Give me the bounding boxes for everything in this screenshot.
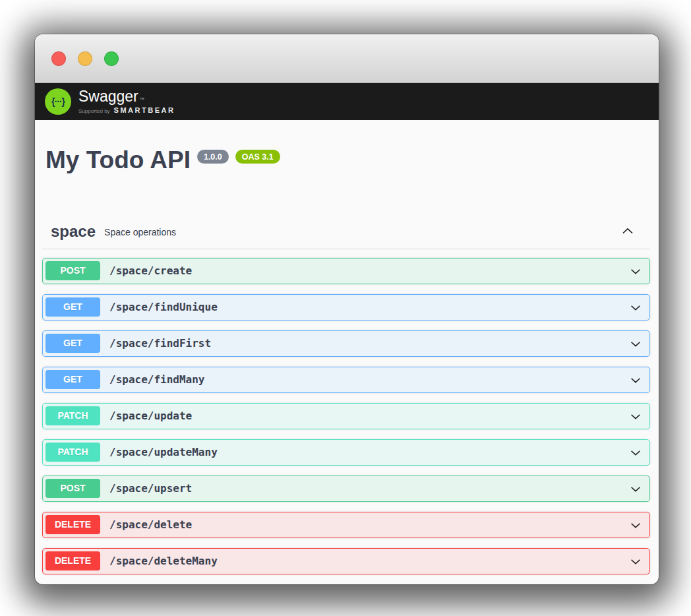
chevron-down-icon[interactable] [628,264,643,278]
chevron-down-icon[interactable] [628,409,643,423]
brand-name: Swagger [78,89,138,104]
operation-path: /space/findUnique [109,301,218,313]
operation-path: /space/upsert [109,482,192,495]
close-button[interactable] [51,51,66,66]
operation-row[interactable]: POST/space/create [42,258,650,284]
operation-path: /space/update [109,410,192,422]
method-badge: POST [45,261,100,280]
operation-row[interactable]: DELETE/space/delete [42,512,650,538]
chevron-down-icon[interactable] [628,373,643,387]
minimize-button[interactable] [78,51,92,66]
operation-row[interactable]: PATCH/space/updateMany [42,439,650,466]
method-badge: GET [45,297,100,317]
operation-path: /space/deleteMany [109,555,218,567]
sponsor-name: SMARTBEAR [114,106,175,114]
operation-row[interactable]: GET/space/findFirst [42,330,650,357]
brand-block: Swagger ™ Supported by SMARTBEAR [78,89,175,114]
operation-row[interactable]: POST/space/upsert [42,476,650,502]
operation-path: /space/findFirst [109,337,211,350]
operation-path: /space/updateMany [109,446,218,458]
app-window: {···} Swagger ™ Supported by SMARTBEAR M… [35,34,659,584]
chevron-down-icon[interactable] [628,481,643,496]
supported-by-label: Supported by [78,108,110,114]
version-badge: 1.0.0 [197,150,229,164]
tag-section-header[interactable]: space Space operations [51,222,650,241]
operation-row[interactable]: DELETE/space/deleteMany [42,548,650,574]
maximize-button[interactable] [104,51,119,66]
trademark-symbol: ™ [140,97,144,102]
method-badge: PATCH [45,406,100,425]
method-badge: DELETE [45,515,100,534]
window-titlebar [35,34,659,83]
oas-badge: OAS 3.1 [235,150,280,164]
method-badge: POST [45,479,100,498]
chevron-down-icon[interactable] [628,336,643,351]
method-badge: GET [45,334,100,353]
method-badge: GET [45,370,100,389]
chevron-down-icon[interactable] [628,300,643,315]
operation-row[interactable]: GET/space/findUnique [42,294,650,321]
tag-description: Space operations [104,227,176,237]
page-title: My Todo API [45,146,191,175]
chevron-down-icon[interactable] [628,445,643,460]
operation-row[interactable]: PATCH/space/update [42,403,650,429]
tag-name: space [51,222,96,241]
method-badge: DELETE [45,551,100,570]
swagger-logo-icon: {···} [45,88,71,115]
main-content: My Todo API 1.0.0 OAS 3.1 space Space op… [35,146,659,574]
operation-path: /space/create [109,264,192,277]
operation-row[interactable]: GET/space/findMany [42,367,650,393]
swagger-topbar: {···} Swagger ™ Supported by SMARTBEAR [35,83,659,120]
chevron-down-icon[interactable] [628,518,643,532]
section-divider [42,249,650,249]
chevron-up-icon[interactable] [620,224,636,239]
operation-path: /space/delete [109,518,192,531]
chevron-down-icon[interactable] [628,554,643,569]
method-badge: PATCH [45,443,100,462]
api-info: My Todo API 1.0.0 OAS 3.1 [45,146,650,175]
operations-list: POST/space/createGET/space/findUniqueGET… [42,258,650,574]
operation-path: /space/findMany [109,373,205,386]
